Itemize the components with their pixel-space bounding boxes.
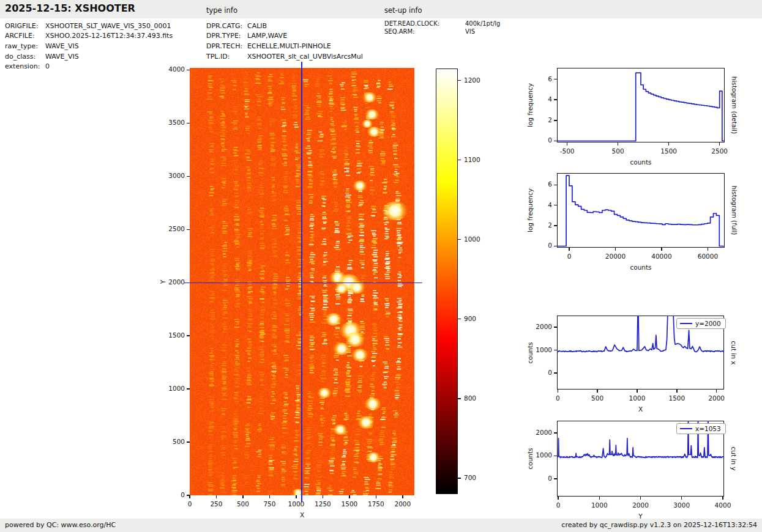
footer-right-text: created by qc_rawdisp.py v1.2.3 on 2025-… bbox=[561, 521, 757, 529]
main-image-x-tick bbox=[242, 495, 243, 498]
hist-full-x-tick bbox=[569, 248, 569, 251]
main-image-y-tick-label: 4000 bbox=[158, 65, 185, 73]
main-image-x-tick bbox=[349, 495, 349, 498]
colorbar-tick bbox=[458, 319, 461, 319]
hist-detail-x-tick bbox=[618, 142, 618, 146]
main-image-y-axis-label: Y bbox=[159, 279, 166, 283]
colorbar-tick-label: 1200 bbox=[464, 76, 480, 84]
hist-detail-x-tick bbox=[567, 142, 567, 146]
footer-left-text: powered by QC: www.eso.org/HC bbox=[5, 521, 116, 529]
cut-x-x-tick bbox=[637, 390, 637, 393]
field-value: XSHOO.2025-12-16T12:34:37.493.fits bbox=[45, 32, 173, 40]
hist-detail-x-tick bbox=[668, 142, 669, 146]
field-label: extension: bbox=[5, 62, 40, 70]
main-image-x-tick bbox=[323, 495, 323, 498]
crosshair-horizontal-line bbox=[184, 283, 422, 283]
colorbar-tick bbox=[458, 478, 461, 478]
cut-x-x-tick bbox=[597, 390, 597, 393]
hist-detail-canvas bbox=[557, 68, 725, 142]
field-label: ARCFILE: bbox=[5, 32, 35, 40]
hist-detail-x-tick-label: 1500 bbox=[651, 147, 687, 155]
cut-y-x-tick bbox=[640, 497, 641, 500]
cut-y-x-tick bbox=[599, 497, 600, 500]
field-value: CALIB bbox=[247, 22, 267, 30]
hist-full-x-tick bbox=[661, 248, 662, 251]
main-image-y-tick-label: 1000 bbox=[158, 385, 185, 392]
cut-y-right-label: cut in y bbox=[730, 446, 738, 470]
field-label: DPR.CATG: bbox=[206, 22, 242, 30]
field-label: DPR.TECH: bbox=[206, 42, 242, 50]
colorbar-tick-label: 900 bbox=[464, 315, 476, 322]
field-label: TPL.ID: bbox=[206, 53, 230, 61]
bottom-bar: powered by QC: www.eso.org/HC created by… bbox=[0, 519, 762, 532]
cut-y-x-tick bbox=[722, 497, 723, 500]
field-value: WAVE_VIS bbox=[45, 42, 79, 50]
cut-x-right-label: cut in x bbox=[730, 341, 738, 364]
cut-x-x-tick-label: 0 bbox=[539, 394, 576, 402]
hist-detail-right-label: histogram (detail) bbox=[731, 76, 738, 134]
hist-detail-y-axis-label: log frequency bbox=[526, 83, 534, 127]
field-label: do_class: bbox=[5, 53, 35, 61]
colorbar-tick bbox=[458, 160, 461, 160]
field-value: 400k/1pt/lg bbox=[465, 20, 500, 27]
cut-x-x-tick bbox=[716, 390, 717, 393]
field-label: DET.READ.CLOCK: bbox=[384, 20, 439, 27]
main-image-y-tick-label: 500 bbox=[158, 438, 185, 445]
cut-y-x-tick-label: 2000 bbox=[622, 501, 659, 509]
hist-full-y-tick-label: 6 bbox=[525, 180, 552, 188]
main-image-y-tick-label: 2500 bbox=[158, 225, 185, 232]
legend-line-sample bbox=[680, 323, 692, 324]
setup-info-heading: set-up info bbox=[384, 6, 422, 15]
hist-full-x-tick-label: 20000 bbox=[597, 253, 633, 260]
hist-detail-x-tick-label: -500 bbox=[549, 147, 586, 155]
legend-label: x=1053 bbox=[695, 425, 721, 432]
cut-x-y-tick-label: 0 bbox=[525, 369, 552, 376]
field-value: WAVE_VIS bbox=[45, 53, 79, 61]
hist-detail-x-tick bbox=[719, 142, 720, 146]
hist-full-x-tick bbox=[615, 248, 616, 251]
cut-y-y-axis-label: counts bbox=[526, 448, 534, 469]
hist-detail-x-tick-label: 500 bbox=[600, 147, 637, 155]
hist-full-x-tick-label: 40000 bbox=[643, 253, 680, 260]
cut-y-y-tick-label: 0 bbox=[525, 475, 552, 482]
main-image-y-tick-label: 3500 bbox=[158, 119, 185, 126]
main-image-x-axis-label: X bbox=[284, 511, 321, 519]
hist-full-x-axis-label: counts bbox=[622, 264, 659, 271]
field-value: XSHOOTER_SLT_WAVE_VIS_350_0001 bbox=[45, 22, 171, 30]
main-image-y-tick-label: 0 bbox=[158, 491, 185, 498]
cut-x-x-axis-label: X bbox=[622, 405, 659, 413]
main-image-x-tick bbox=[376, 495, 376, 498]
hist-full-right-label: histogram (full) bbox=[731, 186, 738, 235]
page-title: 2025-12-15: XSHOOTER bbox=[5, 2, 135, 14]
hist-full-canvas bbox=[557, 173, 725, 248]
colorbar-tick bbox=[458, 239, 461, 240]
main-image-x-tick-label: 2000 bbox=[384, 500, 421, 508]
cut-y-legend: x=1053 bbox=[676, 423, 726, 434]
colorbar-tick-label: 700 bbox=[464, 474, 476, 481]
main-image-y-tick-label: 1500 bbox=[158, 331, 185, 339]
main-image-x-tick bbox=[216, 495, 217, 498]
cut-y-x-tick-label: 4000 bbox=[704, 501, 741, 509]
cut-x-x-tick-label: 1000 bbox=[619, 394, 656, 402]
type-info-heading: type info bbox=[206, 6, 237, 15]
colorbar-tick bbox=[458, 398, 461, 399]
cut-x-x-tick-label: 2000 bbox=[698, 394, 735, 402]
hist-detail-y-tick-label: 0 bbox=[525, 136, 552, 144]
cut-x-x-tick-label: 500 bbox=[579, 394, 616, 402]
main-image-x-tick bbox=[296, 495, 296, 498]
legend-line-sample bbox=[680, 428, 692, 429]
main-image-y-tick-label: 3000 bbox=[158, 172, 185, 179]
cut-x-x-tick bbox=[676, 390, 677, 393]
field-value: LAMP,WAVE bbox=[247, 32, 287, 40]
cut-y-y-tick-label: 2000 bbox=[525, 429, 552, 436]
cut-x-x-tick-label: 1500 bbox=[659, 394, 695, 402]
hist-full-x-tick-label: 0 bbox=[551, 253, 588, 260]
cut-y-x-tick bbox=[558, 497, 558, 500]
colorbar bbox=[436, 68, 458, 494]
cut-x-x-tick bbox=[558, 390, 558, 393]
field-value: XSHOOTER_slt_cal_UVBVisArcsMul bbox=[247, 53, 363, 61]
colorbar-tick-label: 1000 bbox=[464, 235, 480, 243]
cut-y-x-tick bbox=[681, 497, 682, 500]
cut-x-legend: y=2000 bbox=[676, 318, 726, 329]
hist-detail-x-tick-label: 2500 bbox=[701, 147, 738, 155]
